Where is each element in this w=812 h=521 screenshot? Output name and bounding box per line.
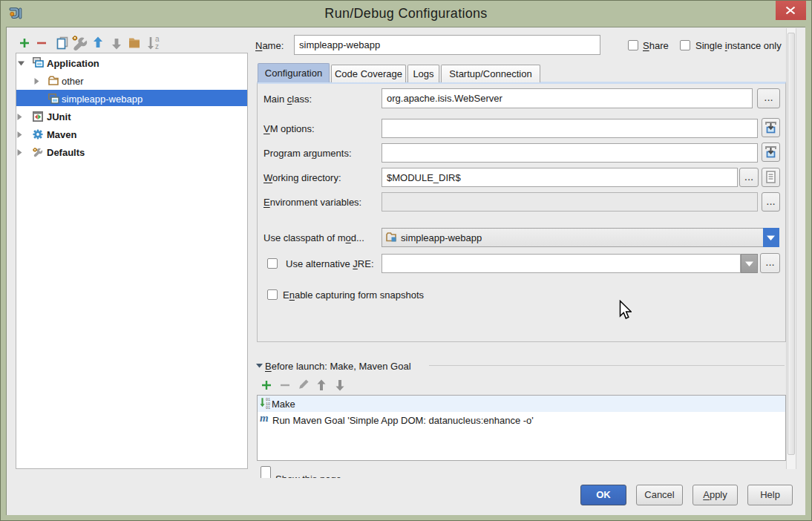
svg-text:z: z [155, 42, 159, 50]
svg-text:01: 01 [266, 406, 270, 410]
